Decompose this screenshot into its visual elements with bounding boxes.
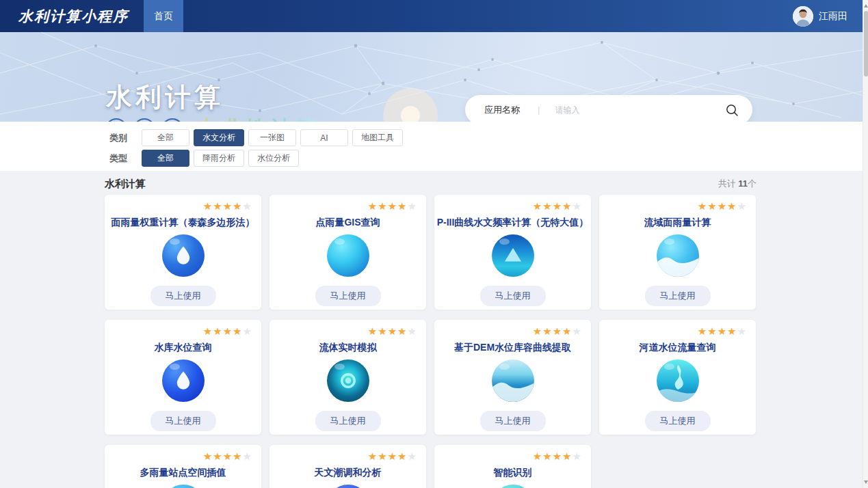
filter-option[interactable]: 全部 bbox=[142, 129, 189, 146]
star-filled-icon: ★ bbox=[397, 450, 407, 462]
star-filled-icon: ★ bbox=[203, 325, 213, 337]
filter-option[interactable]: 一张图 bbox=[248, 129, 296, 146]
filter-option[interactable]: AI bbox=[300, 129, 348, 146]
filter-row: 类型全部降雨分析水位分析 bbox=[109, 150, 868, 167]
app-card[interactable]: ★★★★★ 面雨量权重计算（泰森多边形法） 马上使用 bbox=[105, 195, 261, 310]
star-filled-icon: ★ bbox=[562, 325, 572, 337]
app-icon bbox=[492, 485, 534, 488]
use-now-button[interactable]: 马上使用 bbox=[645, 286, 711, 306]
star-filled-icon: ★ bbox=[213, 325, 222, 337]
filter-option[interactable]: 水位分析 bbox=[248, 150, 299, 167]
use-now-button[interactable]: 马上使用 bbox=[645, 411, 711, 431]
use-now-button[interactable]: 马上使用 bbox=[480, 286, 546, 306]
rating-stars: ★★★★★ bbox=[599, 201, 756, 212]
star-filled-icon: ★ bbox=[388, 200, 397, 212]
wave-glyph-icon bbox=[657, 234, 699, 277]
main-content: 水利计算 共计 11个 ★★★★★ 面雨量权重计算（泰森多边形法） 马上使用 ★… bbox=[0, 171, 868, 488]
app-card[interactable]: ★★★★★ 点雨量GIS查询 马上使用 bbox=[269, 195, 426, 310]
app-card[interactable]: ★★★★★ 多雨量站点空间插值 马上使用 bbox=[105, 445, 261, 488]
app-title: 流体实时模拟 bbox=[269, 342, 426, 354]
app-title: 点雨量GIS查询 bbox=[269, 217, 426, 229]
filter-row: 类别全部水文分析一张图AI地图工具 bbox=[109, 129, 868, 146]
star-filled-icon: ★ bbox=[718, 200, 727, 212]
app-card[interactable]: ★★★★★ 流体实时模拟 马上使用 bbox=[269, 320, 426, 435]
star-filled-icon: ★ bbox=[397, 325, 407, 337]
star-filled-icon: ★ bbox=[542, 450, 552, 462]
star-filled-icon: ★ bbox=[698, 200, 707, 212]
scrollbar-up-arrow[interactable] bbox=[864, 3, 868, 8]
use-now-button[interactable]: 马上使用 bbox=[315, 286, 381, 306]
star-filled-icon: ★ bbox=[378, 450, 387, 462]
rating-stars: ★★★★★ bbox=[599, 326, 756, 337]
app-card[interactable]: ★★★★★ 天文潮调和分析 马上使用 bbox=[269, 445, 426, 488]
star-filled-icon: ★ bbox=[213, 450, 222, 462]
app-grid: ★★★★★ 面雨量权重计算（泰森多边形法） 马上使用 ★★★★★ 点雨量GIS查… bbox=[105, 195, 757, 488]
rating-stars: ★★★★★ bbox=[269, 201, 426, 212]
app-icon bbox=[327, 234, 369, 277]
rating-stars: ★★★★★ bbox=[434, 326, 591, 337]
star-empty-icon: ★ bbox=[243, 200, 252, 212]
star-filled-icon: ★ bbox=[707, 325, 717, 337]
app-card[interactable]: ★★★★★ 河道水位流量查询 马上使用 bbox=[599, 320, 756, 435]
app-card[interactable]: ★★★★★ 流域面雨量计算 马上使用 bbox=[599, 195, 756, 310]
search-icon[interactable] bbox=[725, 103, 739, 117]
star-filled-icon: ★ bbox=[553, 450, 562, 462]
splash-glyph-icon bbox=[657, 360, 699, 402]
use-now-button[interactable]: 马上使用 bbox=[480, 411, 546, 431]
filter-option[interactable]: 全部 bbox=[142, 150, 189, 167]
user-menu[interactable]: 江雨田 bbox=[793, 6, 847, 27]
star-empty-icon: ★ bbox=[408, 450, 417, 462]
app-count: 共计 11个 bbox=[718, 178, 757, 190]
star-filled-icon: ★ bbox=[388, 325, 397, 337]
nav-tab-home[interactable]: 首页 bbox=[144, 0, 183, 32]
star-filled-icon: ★ bbox=[698, 325, 707, 337]
star-filled-icon: ★ bbox=[533, 200, 542, 212]
rating-stars: ★★★★★ bbox=[434, 201, 591, 212]
hero-subtitle: 专业性计算 bbox=[197, 115, 320, 122]
search-input[interactable] bbox=[555, 105, 725, 115]
star-empty-icon: ★ bbox=[737, 200, 747, 212]
star-filled-icon: ★ bbox=[727, 325, 737, 337]
app-card[interactable]: ★★★★★ 智能识别 马上使用 bbox=[434, 445, 591, 488]
count-suffix: 个 bbox=[748, 178, 757, 189]
wave-glyph-icon bbox=[492, 360, 534, 402]
filter-option[interactable]: 水文分析 bbox=[194, 129, 244, 146]
top-navbar: 水利计算小程序 首页 江雨田 bbox=[0, 0, 868, 32]
scrollbar-thumb[interactable] bbox=[864, 11, 868, 77]
app-card[interactable]: ★★★★★ 基于DEM水位库容曲线提取 马上使用 bbox=[434, 320, 591, 435]
star-filled-icon: ★ bbox=[223, 325, 233, 337]
app-icon bbox=[162, 360, 205, 402]
section-header: 水利计算 共计 11个 bbox=[105, 176, 757, 191]
star-empty-icon: ★ bbox=[408, 325, 417, 337]
user-avatar[interactable] bbox=[793, 6, 813, 27]
drop-glyph-icon bbox=[172, 369, 195, 392]
star-filled-icon: ★ bbox=[542, 325, 552, 337]
star-empty-icon: ★ bbox=[243, 450, 252, 462]
star-filled-icon: ★ bbox=[718, 325, 727, 337]
star-filled-icon: ★ bbox=[388, 450, 397, 462]
app-card[interactable]: ★★★★★ 水库水位查询 马上使用 bbox=[105, 320, 261, 435]
app-icon bbox=[492, 234, 534, 277]
use-now-button[interactable]: 马上使用 bbox=[315, 411, 381, 431]
star-filled-icon: ★ bbox=[203, 200, 213, 212]
filter-option[interactable]: 地图工具 bbox=[352, 129, 403, 146]
app-title: 流域面雨量计算 bbox=[599, 217, 756, 229]
vertical-scrollbar[interactable] bbox=[863, 0, 868, 488]
star-filled-icon: ★ bbox=[368, 200, 378, 212]
hero-banner: 水利计算 专业性计算 应用名称 | bbox=[0, 32, 868, 122]
triangle-glyph-icon bbox=[501, 244, 525, 267]
star-filled-icon: ★ bbox=[368, 450, 378, 462]
avatar-image bbox=[793, 6, 813, 27]
app-icon bbox=[657, 234, 699, 277]
use-now-button[interactable]: 马上使用 bbox=[150, 411, 216, 431]
app-title: 智能识别 bbox=[434, 467, 591, 479]
star-filled-icon: ★ bbox=[553, 325, 562, 337]
app-card[interactable]: ★★★★★ P-III曲线水文频率计算（无特大值） 马上使用 bbox=[434, 195, 591, 310]
filter-option[interactable]: 降雨分析 bbox=[194, 150, 244, 167]
use-now-button[interactable]: 马上使用 bbox=[150, 286, 216, 306]
star-empty-icon: ★ bbox=[737, 325, 747, 337]
star-filled-icon: ★ bbox=[562, 200, 572, 212]
rating-stars: ★★★★★ bbox=[269, 326, 426, 337]
filter-label: 类别 bbox=[109, 132, 142, 144]
scrollbar-down-arrow[interactable] bbox=[864, 480, 868, 485]
